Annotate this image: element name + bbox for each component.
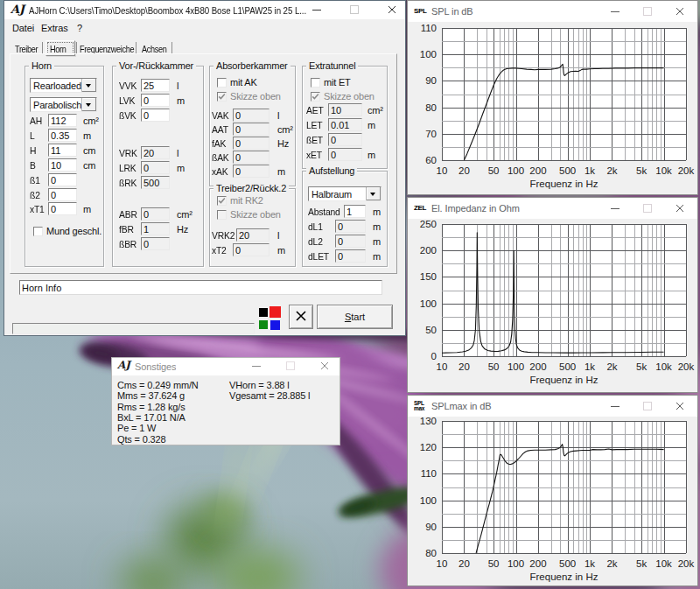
menu-help[interactable]: ? — [77, 23, 82, 33]
main-window-title: AJHorn C:\Users\Timo\Desktop\Boombox 4xB… — [29, 5, 308, 16]
maximize-button[interactable] — [642, 6, 653, 17]
vorrueck-fBR-input[interactable] — [141, 222, 170, 235]
svg-text:Frequenz in Hz: Frequenz in Hz — [530, 571, 598, 582]
desktop: { "main_window": { "title": "AJHorn C:\\… — [0, 0, 700, 589]
vorrueck-ßBR-input[interactable] — [141, 237, 170, 250]
svg-text:1k: 1k — [584, 165, 595, 176]
parameter-cms: Cms = 0.249 mm/N — [117, 380, 199, 390]
chevron-down-icon — [86, 103, 91, 107]
vorrueck-LRK-input[interactable] — [141, 161, 170, 174]
close-button[interactable] — [675, 401, 685, 411]
absorber-xAK-input[interactable] — [233, 165, 270, 178]
maximize-button[interactable] — [285, 361, 296, 371]
horn-H-input[interactable] — [48, 144, 77, 157]
minimize-button[interactable] — [610, 401, 620, 411]
aufstellung-Abstand-input[interactable] — [344, 205, 366, 218]
color-swatch-black[interactable] — [259, 308, 268, 317]
horn-AH-unit: cm² — [83, 116, 99, 126]
extratunnel-AET-input[interactable] — [328, 103, 362, 116]
group-treiber2-title: Treiber2/Rückk.2 — [214, 183, 289, 193]
svg-text:1k: 1k — [584, 558, 595, 569]
splmax-titlebar[interactable]: SPLmax SPLmax in dB — [408, 396, 697, 417]
horn-AH-input[interactable] — [48, 114, 77, 127]
dropdown-button[interactable] — [81, 98, 96, 111]
aufstellung-combobox[interactable]: Halbraum — [308, 186, 382, 201]
minimize-button[interactable] — [610, 203, 620, 214]
vorrueck-ABR-input[interactable] — [141, 207, 170, 221]
vorrueck-VVK-unit: l — [177, 81, 178, 91]
minimize-button[interactable] — [251, 361, 262, 371]
color-swatch-green[interactable] — [259, 320, 268, 329]
maximize-button[interactable] — [642, 401, 653, 411]
vorrueck-VRK-input[interactable] — [141, 146, 170, 159]
extratunnel-LET-label: LET — [306, 120, 322, 130]
minimize-button[interactable] — [610, 6, 620, 17]
extratunnel-LET-input[interactable] — [328, 118, 362, 131]
treiber2-VRK2-input[interactable] — [236, 228, 270, 242]
sonstiges-titlebar[interactable]: AJ Sonstiges — [112, 358, 340, 375]
maximize-button[interactable] — [642, 203, 653, 214]
close-button[interactable] — [387, 4, 397, 15]
close-button[interactable] — [319, 361, 330, 371]
splmax-window-title: SPLmax in dB — [431, 401, 492, 411]
aufstellung-Abstand-label: Abstand — [308, 207, 340, 217]
svg-text:200: 200 — [420, 245, 437, 256]
dropdown-button[interactable] — [81, 79, 96, 92]
minimize-button[interactable] — [312, 4, 322, 15]
color-swatch-blue[interactable] — [270, 320, 280, 330]
checkbox-unchecked-icon — [217, 78, 227, 88]
extratunnel-ßET-input[interactable] — [328, 133, 362, 146]
splmax-window-icon: SPLmax — [414, 399, 430, 415]
impedance-titlebar[interactable]: ZEL El. Impedanz in Ohm — [408, 198, 697, 219]
aufstellung-dLET-input[interactable] — [335, 249, 366, 263]
spl-titlebar[interactable]: SPL SPL in dB — [408, 1, 697, 22]
close-button[interactable] — [675, 203, 685, 214]
svg-text:120: 120 — [420, 442, 437, 452]
start-button[interactable]: Start — [317, 305, 393, 329]
absorber-fAK-input[interactable] — [233, 137, 270, 150]
vorrueck-LVK-input[interactable] — [141, 94, 170, 107]
close-icon — [319, 361, 330, 371]
aufstellung-dL2-input[interactable] — [335, 235, 366, 248]
clear-button[interactable] — [289, 305, 313, 329]
app-icon: AJ — [10, 3, 26, 18]
aufstellung-dL1-input[interactable] — [335, 220, 366, 233]
horn-L-input[interactable] — [48, 129, 77, 142]
horn-combobox[interactable]: Rearloaded — [30, 78, 97, 93]
horn-B-input[interactable] — [48, 158, 77, 172]
svg-text:10: 10 — [437, 558, 448, 569]
menu-datei[interactable]: Datei — [12, 23, 34, 33]
absorber-AAT-input[interactable] — [233, 123, 270, 136]
horn-ß1-label: ß1 — [30, 175, 40, 186]
aufstellung-dL1-label: dL1 — [308, 221, 323, 232]
horn-info-input[interactable] — [19, 280, 382, 295]
maximize-icon — [643, 402, 652, 410]
svg-text:5k: 5k — [636, 361, 647, 372]
horn-ß2-input[interactable] — [48, 188, 77, 201]
vorrueck-ßVK-input[interactable] — [141, 109, 170, 122]
svg-text:100: 100 — [420, 49, 437, 60]
horn-ß1-input[interactable] — [48, 173, 77, 186]
extratunnel-xET-input[interactable] — [328, 148, 362, 161]
dropdown-button[interactable] — [366, 187, 381, 200]
vorrueck-ßRK-input[interactable] — [141, 176, 170, 189]
vorrueck-VVK-input[interactable] — [141, 79, 170, 92]
group-extratunnel-title: Extratunnel — [306, 60, 358, 71]
svg-text:200: 200 — [529, 558, 546, 569]
color-swatch-red[interactable] — [270, 306, 281, 318]
treiber2-xT2-input[interactable] — [233, 243, 270, 256]
horn-xT1-input[interactable] — [48, 202, 77, 215]
maximize-button[interactable] — [349, 4, 360, 15]
x-icon — [295, 310, 307, 322]
svg-text:20: 20 — [458, 165, 470, 176]
close-button[interactable] — [675, 6, 685, 17]
svg-text:20k: 20k — [678, 165, 695, 176]
checkbox-label: Skizze oben — [324, 91, 374, 102]
main-titlebar[interactable]: AJ AJHorn C:\Users\Timo\Desktop\Boombox … — [4, 1, 405, 19]
horn-combobox[interactable]: Parabolisch — [30, 97, 97, 112]
svg-text:200: 200 — [529, 361, 546, 372]
absorber-VAK-input[interactable] — [233, 109, 270, 122]
svg-text:100: 100 — [508, 361, 524, 372]
absorber-ßAK-input[interactable] — [233, 151, 270, 164]
menu-extras[interactable]: Extras — [41, 23, 68, 33]
